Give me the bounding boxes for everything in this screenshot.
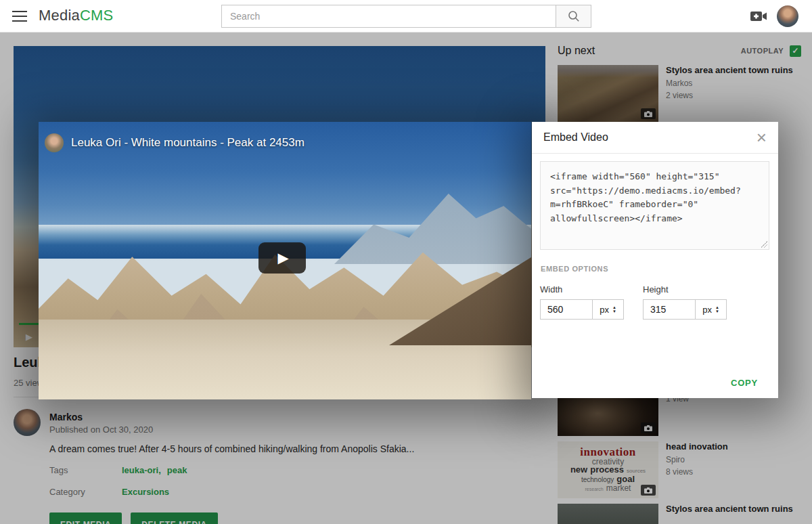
height-label: Height: [643, 284, 727, 294]
copy-button[interactable]: COPY: [731, 378, 758, 388]
modal-title: Embed Video: [543, 131, 608, 144]
unit-label: px: [600, 305, 609, 315]
logo-media: Media: [39, 7, 80, 24]
width-field: Width px ▲▼: [540, 284, 624, 320]
embed-code-box: <iframe width="560" height="315" src="ht…: [540, 161, 769, 250]
close-icon[interactable]: ×: [757, 131, 767, 144]
width-label: Width: [540, 284, 624, 294]
height-input[interactable]: [643, 299, 696, 320]
upload-video-icon[interactable]: [750, 9, 767, 23]
play-icon: ▶: [277, 250, 288, 266]
embed-video-modal: Embed Video × <iframe width="560" height…: [532, 122, 778, 398]
search-button[interactable]: [556, 5, 591, 28]
resize-handle-icon[interactable]: [761, 241, 767, 248]
preview-author-avatar[interactable]: [45, 133, 64, 152]
modal-header: Embed Video ×: [532, 122, 778, 154]
embed-options-heading: EMBED OPTIONS: [541, 265, 608, 273]
spinner-arrows-icon: ▲▼: [612, 305, 616, 313]
height-unit-select[interactable]: px ▲▼: [695, 299, 727, 320]
logo[interactable]: MediaCMS: [39, 7, 113, 24]
user-avatar[interactable]: [777, 5, 798, 27]
search-icon: [568, 10, 580, 22]
width-unit-select[interactable]: px ▲▼: [592, 299, 624, 320]
spinner-arrows-icon: ▲▼: [715, 305, 719, 313]
unit-label: px: [702, 305, 712, 315]
top-navbar: MediaCMS: [0, 0, 812, 32]
search-input[interactable]: [221, 5, 556, 28]
preview-video-title[interactable]: Leuka Ori - White mountains - Peak at 24…: [71, 136, 304, 150]
far-mountain: [334, 176, 531, 264]
width-input[interactable]: [540, 299, 593, 320]
embed-code-textarea[interactable]: <iframe width="560" height="315" src="ht…: [541, 162, 769, 249]
play-button[interactable]: ▶: [258, 242, 306, 274]
logo-cms: CMS: [80, 7, 114, 24]
embed-player-preview[interactable]: Leuka Ori - White mountains - Peak at 24…: [39, 122, 531, 399]
height-field: Height px ▲▼: [643, 284, 727, 320]
menu-icon[interactable]: [12, 11, 27, 22]
